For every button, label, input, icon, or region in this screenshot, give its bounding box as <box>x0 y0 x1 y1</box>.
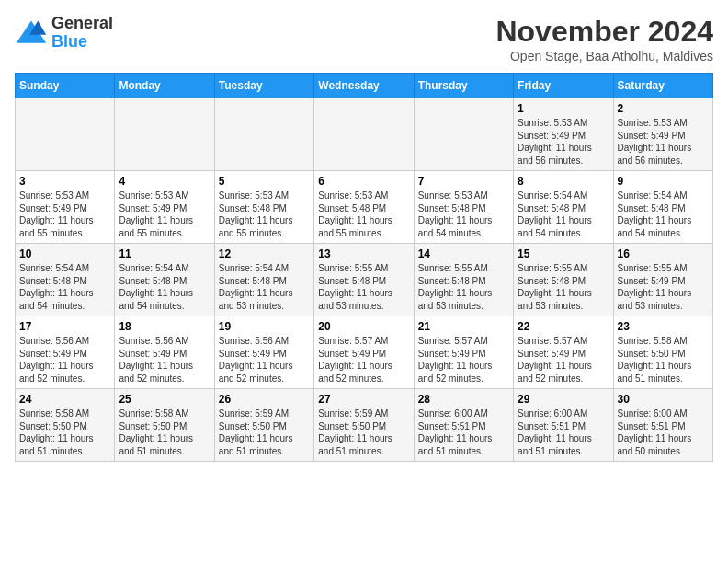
calendar-header: SundayMondayTuesdayWednesdayThursdayFrid… <box>16 74 713 98</box>
day-info: Sunrise: 5:55 AMSunset: 5:48 PMDaylight:… <box>518 262 609 312</box>
day-info: Sunrise: 5:57 AMSunset: 5:49 PMDaylight:… <box>418 335 509 385</box>
calendar-cell <box>115 98 214 171</box>
calendar-cell: 26Sunrise: 5:59 AMSunset: 5:50 PMDayligh… <box>214 389 313 462</box>
calendar-cell: 30Sunrise: 6:00 AMSunset: 5:51 PMDayligh… <box>613 389 712 462</box>
day-number: 21 <box>418 320 509 333</box>
calendar-week-4: 17Sunrise: 5:56 AMSunset: 5:49 PMDayligh… <box>16 316 713 389</box>
day-info: Sunrise: 5:53 AMSunset: 5:49 PMDaylight:… <box>618 117 709 167</box>
calendar-cell: 24Sunrise: 5:58 AMSunset: 5:50 PMDayligh… <box>16 389 115 462</box>
calendar-cell: 27Sunrise: 5:59 AMSunset: 5:50 PMDayligh… <box>314 389 414 462</box>
day-number: 8 <box>518 175 609 188</box>
day-info: Sunrise: 5:56 AMSunset: 5:49 PMDaylight:… <box>219 335 310 385</box>
calendar-cell: 16Sunrise: 5:55 AMSunset: 5:49 PMDayligh… <box>613 244 712 316</box>
calendar-cell: 1Sunrise: 5:53 AMSunset: 5:49 PMDaylight… <box>514 98 613 171</box>
calendar-cell: 2Sunrise: 5:53 AMSunset: 5:49 PMDaylight… <box>613 98 712 171</box>
calendar-cell: 25Sunrise: 5:58 AMSunset: 5:50 PMDayligh… <box>115 389 214 462</box>
calendar-cell: 21Sunrise: 5:57 AMSunset: 5:49 PMDayligh… <box>414 316 513 389</box>
day-number: 27 <box>318 393 409 406</box>
day-info: Sunrise: 5:58 AMSunset: 5:50 PMDaylight:… <box>19 408 110 457</box>
calendar-cell <box>314 98 414 171</box>
day-number: 26 <box>219 393 310 406</box>
day-number: 20 <box>318 320 409 333</box>
day-info: Sunrise: 5:53 AMSunset: 5:49 PMDaylight:… <box>19 190 110 239</box>
day-number: 3 <box>19 175 110 188</box>
day-number: 7 <box>418 175 509 188</box>
day-number: 22 <box>518 320 609 333</box>
day-number: 4 <box>119 175 210 188</box>
calendar-cell: 19Sunrise: 5:56 AMSunset: 5:49 PMDayligh… <box>214 316 313 389</box>
day-number: 17 <box>19 320 110 333</box>
day-info: Sunrise: 5:54 AMSunset: 5:48 PMDaylight:… <box>518 190 609 239</box>
day-info: Sunrise: 5:53 AMSunset: 5:49 PMDaylight:… <box>518 117 609 167</box>
day-number: 6 <box>318 175 409 188</box>
day-number: 16 <box>618 247 709 260</box>
weekday-header-row: SundayMondayTuesdayWednesdayThursdayFrid… <box>16 74 713 98</box>
weekday-header-tuesday: Tuesday <box>214 74 313 98</box>
calendar-cell: 10Sunrise: 5:54 AMSunset: 5:48 PMDayligh… <box>16 244 115 316</box>
calendar-cell: 28Sunrise: 6:00 AMSunset: 5:51 PMDayligh… <box>414 389 513 462</box>
day-info: Sunrise: 5:53 AMSunset: 5:48 PMDaylight:… <box>318 190 409 239</box>
calendar-week-3: 10Sunrise: 5:54 AMSunset: 5:48 PMDayligh… <box>16 244 713 316</box>
day-number: 1 <box>518 102 609 115</box>
calendar-week-5: 24Sunrise: 5:58 AMSunset: 5:50 PMDayligh… <box>16 389 713 462</box>
calendar-cell: 18Sunrise: 5:56 AMSunset: 5:49 PMDayligh… <box>115 316 214 389</box>
day-number: 15 <box>518 247 609 260</box>
day-info: Sunrise: 5:54 AMSunset: 5:48 PMDaylight:… <box>618 190 709 239</box>
calendar-cell <box>16 98 115 171</box>
day-number: 18 <box>119 320 210 333</box>
calendar-cell: 15Sunrise: 5:55 AMSunset: 5:48 PMDayligh… <box>514 244 613 316</box>
day-info: Sunrise: 5:53 AMSunset: 5:48 PMDaylight:… <box>219 190 310 239</box>
day-info: Sunrise: 5:57 AMSunset: 5:49 PMDaylight:… <box>318 335 409 385</box>
weekday-header-saturday: Saturday <box>613 74 712 98</box>
calendar-title: November 2024 <box>495 15 713 49</box>
weekday-header-thursday: Thursday <box>414 74 513 98</box>
day-info: Sunrise: 5:53 AMSunset: 5:49 PMDaylight:… <box>119 190 210 239</box>
day-number: 29 <box>518 393 609 406</box>
calendar-cell: 4Sunrise: 5:53 AMSunset: 5:49 PMDaylight… <box>115 171 214 244</box>
calendar-cell: 9Sunrise: 5:54 AMSunset: 5:48 PMDaylight… <box>613 171 712 244</box>
calendar-body: 1Sunrise: 5:53 AMSunset: 5:49 PMDaylight… <box>16 98 713 462</box>
calendar-cell <box>414 98 513 171</box>
calendar-cell: 7Sunrise: 5:53 AMSunset: 5:48 PMDaylight… <box>414 171 513 244</box>
day-number: 11 <box>119 247 210 260</box>
weekday-header-wednesday: Wednesday <box>314 74 414 98</box>
day-number: 5 <box>219 175 310 188</box>
day-info: Sunrise: 5:59 AMSunset: 5:50 PMDaylight:… <box>219 408 310 457</box>
calendar-subtitle: Open Stage, Baa Atholhu, Maldives <box>495 49 713 63</box>
day-number: 19 <box>219 320 310 333</box>
day-info: Sunrise: 5:58 AMSunset: 5:50 PMDaylight:… <box>119 408 210 457</box>
day-number: 10 <box>19 247 110 260</box>
day-number: 9 <box>618 175 709 188</box>
calendar-cell: 14Sunrise: 5:55 AMSunset: 5:48 PMDayligh… <box>414 244 513 316</box>
weekday-header-monday: Monday <box>115 74 214 98</box>
calendar-table: SundayMondayTuesdayWednesdayThursdayFrid… <box>15 73 713 462</box>
calendar-cell: 3Sunrise: 5:53 AMSunset: 5:49 PMDaylight… <box>16 171 115 244</box>
calendar-cell: 6Sunrise: 5:53 AMSunset: 5:48 PMDaylight… <box>314 171 414 244</box>
calendar-cell: 13Sunrise: 5:55 AMSunset: 5:48 PMDayligh… <box>314 244 414 316</box>
day-info: Sunrise: 5:53 AMSunset: 5:48 PMDaylight:… <box>418 190 509 239</box>
day-number: 23 <box>618 320 709 333</box>
day-info: Sunrise: 5:55 AMSunset: 5:49 PMDaylight:… <box>618 262 709 312</box>
weekday-header-sunday: Sunday <box>16 74 115 98</box>
day-info: Sunrise: 5:57 AMSunset: 5:49 PMDaylight:… <box>518 335 609 385</box>
day-info: Sunrise: 6:00 AMSunset: 5:51 PMDaylight:… <box>518 408 609 457</box>
calendar-cell: 12Sunrise: 5:54 AMSunset: 5:48 PMDayligh… <box>214 244 313 316</box>
calendar-cell: 29Sunrise: 6:00 AMSunset: 5:51 PMDayligh… <box>514 389 613 462</box>
calendar-cell: 8Sunrise: 5:54 AMSunset: 5:48 PMDaylight… <box>514 171 613 244</box>
day-info: Sunrise: 6:00 AMSunset: 5:51 PMDaylight:… <box>418 408 509 457</box>
calendar-cell: 23Sunrise: 5:58 AMSunset: 5:50 PMDayligh… <box>613 316 712 389</box>
title-block: November 2024 Open Stage, Baa Atholhu, M… <box>495 15 713 63</box>
day-info: Sunrise: 5:54 AMSunset: 5:48 PMDaylight:… <box>119 262 210 312</box>
day-info: Sunrise: 5:56 AMSunset: 5:49 PMDaylight:… <box>119 335 210 385</box>
calendar-cell: 20Sunrise: 5:57 AMSunset: 5:49 PMDayligh… <box>314 316 414 389</box>
weekday-header-friday: Friday <box>514 74 613 98</box>
header: General Blue November 2024 Open Stage, B… <box>15 15 713 63</box>
day-number: 28 <box>418 393 509 406</box>
day-info: Sunrise: 5:54 AMSunset: 5:48 PMDaylight:… <box>219 262 310 312</box>
calendar-cell: 22Sunrise: 5:57 AMSunset: 5:49 PMDayligh… <box>514 316 613 389</box>
day-info: Sunrise: 5:56 AMSunset: 5:49 PMDaylight:… <box>19 335 110 385</box>
day-number: 24 <box>19 393 110 406</box>
logo-text: General Blue <box>51 15 113 52</box>
day-number: 25 <box>119 393 210 406</box>
logo: General Blue <box>15 15 113 52</box>
